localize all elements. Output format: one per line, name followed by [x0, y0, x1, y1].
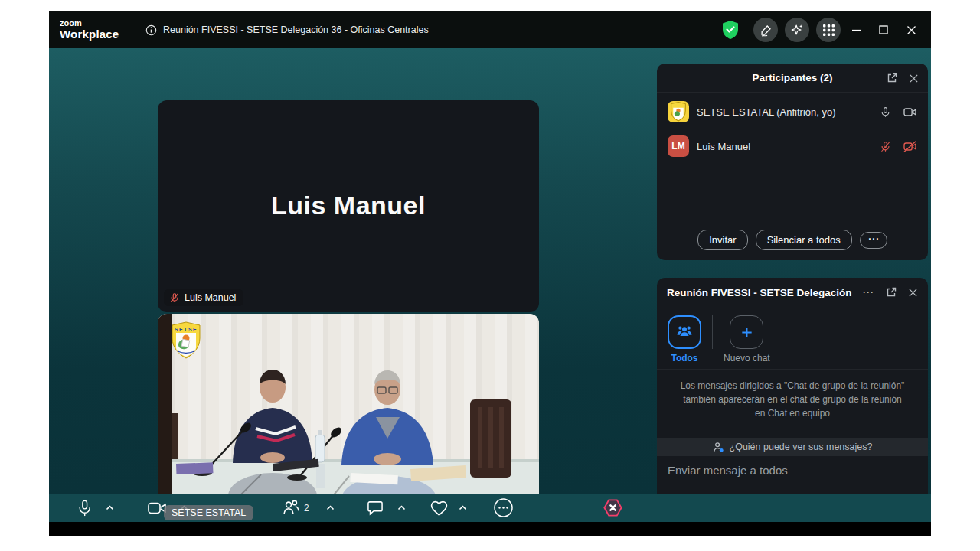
annotate-button[interactable] — [753, 18, 778, 42]
reactions-control — [430, 494, 467, 522]
titlebar-actions — [721, 18, 841, 42]
chat-chevron-icon[interactable] — [397, 505, 406, 510]
chat-button[interactable] — [366, 500, 384, 516]
participant-name: Luis Manuel — [697, 141, 872, 152]
meeting-title: Reunión FIVESSI - SETSE Delegación 36 - … — [163, 24, 429, 35]
chat-more-icon[interactable]: ⋯ — [862, 289, 874, 296]
mic-chevron-icon[interactable] — [106, 505, 114, 510]
mic-muted-icon[interactable] — [880, 140, 891, 153]
apps-button[interactable] — [816, 18, 841, 42]
remote-display-name: Luis Manuel — [158, 190, 539, 220]
participant-row[interactable]: SETSE ESTATAL (Anfitrión, yo) — [657, 96, 928, 127]
participant-avatar-lm: LM — [668, 135, 689, 157]
popout-icon[interactable] — [886, 72, 898, 84]
minimize-button[interactable] — [842, 17, 870, 43]
participants-footer: Invitar Silenciar a todos ⋯ — [657, 230, 928, 250]
chat-message-area — [657, 420, 928, 438]
sparkle-icon — [790, 23, 804, 37]
pencil-icon — [760, 24, 773, 37]
more-button[interactable] — [493, 497, 514, 518]
tab-divider — [712, 315, 713, 349]
reactions-chevron-icon[interactable] — [459, 505, 467, 510]
tab-todos-label: Todos — [671, 353, 697, 364]
message-input[interactable] — [657, 456, 928, 494]
leave-meeting-button[interactable] — [602, 497, 624, 518]
participants-count: 2 — [304, 503, 309, 514]
chat-close-icon[interactable] — [908, 288, 918, 298]
participants-header: Participantes (2) — [657, 64, 928, 93]
self-name-pill: SETSE ESTATAL — [164, 505, 253, 520]
tab-nuevo-chat-label: Nuevo chat — [724, 353, 770, 364]
meeting-title-group: Reunión FIVESSI - SETSE Delegación 36 - … — [145, 24, 429, 36]
ai-companion-button[interactable] — [785, 18, 809, 42]
participants-panel: Participantes (2) SETSE ESTATAL (Anfitri… — [657, 64, 928, 260]
mic-muted-icon — [169, 292, 180, 303]
mic-control — [77, 494, 114, 522]
mute-all-button[interactable]: Silenciar a todos — [756, 230, 852, 250]
mic-on-icon[interactable] — [880, 106, 891, 119]
close-window-button[interactable] — [897, 17, 925, 43]
close-participants-icon[interactable] — [909, 73, 919, 83]
participant-name: SETSE ESTATAL (Anfitrión, yo) — [697, 106, 872, 118]
chat-header: Reunión FIVESSI - SETSE Delegación 36...… — [657, 278, 928, 307]
maximize-button[interactable] — [870, 17, 897, 43]
who-can-see-bar[interactable]: ¿Quién puede ver sus mensajes? — [657, 438, 928, 456]
chat-tabs: Todos Nuevo chat — [657, 307, 928, 370]
more-control — [493, 494, 514, 522]
plus-icon — [740, 325, 754, 340]
setse-logo-watermark: SETSE — [172, 321, 201, 363]
participants-button[interactable] — [281, 499, 300, 517]
invite-button[interactable]: Invitar — [697, 230, 747, 250]
chat-control — [366, 494, 406, 522]
titlebar: zoom Workplace Reunión FIVESSI - SETSE D… — [49, 11, 931, 48]
window-bottom-strip — [49, 522, 931, 536]
participant-row[interactable]: LM Luis Manuel — [657, 131, 928, 161]
chat-title: Reunión FIVESSI - SETSE Delegación 36... — [667, 287, 852, 298]
leave-control — [602, 494, 624, 522]
window-controls — [842, 17, 925, 43]
camera-on-icon[interactable] — [903, 106, 917, 118]
group-icon — [675, 324, 694, 341]
zoom-workplace-logo: zoom Workplace — [60, 19, 119, 40]
brand-workplace: Workplace — [60, 28, 119, 41]
zoom-window: zoom Workplace Reunión FIVESSI - SETSE D… — [49, 11, 931, 536]
who-can-see-label: ¿Quién puede ver sus mensajes? — [730, 442, 873, 452]
remote-name-label: Luis Manuel — [185, 292, 236, 303]
remote-video-tile[interactable]: Luis Manuel Luis Manuel — [158, 100, 539, 312]
camera-muted-icon[interactable] — [903, 141, 917, 152]
participant-avatar-setse — [668, 101, 689, 122]
tab-todos[interactable]: Todos — [668, 315, 701, 364]
mic-button[interactable] — [77, 499, 93, 517]
participants-more-button[interactable]: ⋯ — [860, 232, 887, 249]
grid-icon — [823, 24, 835, 36]
logo-text: SETSE — [175, 327, 198, 332]
remote-name-pill: Luis Manuel — [164, 289, 243, 306]
person-check-icon — [713, 442, 724, 453]
chat-notice: Los mensajes dirigidos a "Chat de grupo … — [657, 370, 928, 420]
participants-chevron-icon[interactable] — [326, 505, 335, 510]
tab-nuevo-chat[interactable]: Nuevo chat — [724, 315, 770, 364]
chat-popout-icon[interactable] — [885, 286, 897, 298]
info-icon[interactable] — [145, 24, 157, 36]
security-shield-icon[interactable] — [721, 20, 740, 40]
chat-panel: Reunión FIVESSI - SETSE Delegación 36...… — [657, 278, 928, 522]
participants-control: 2 — [281, 494, 335, 522]
reactions-heart-icon[interactable] — [430, 499, 449, 517]
